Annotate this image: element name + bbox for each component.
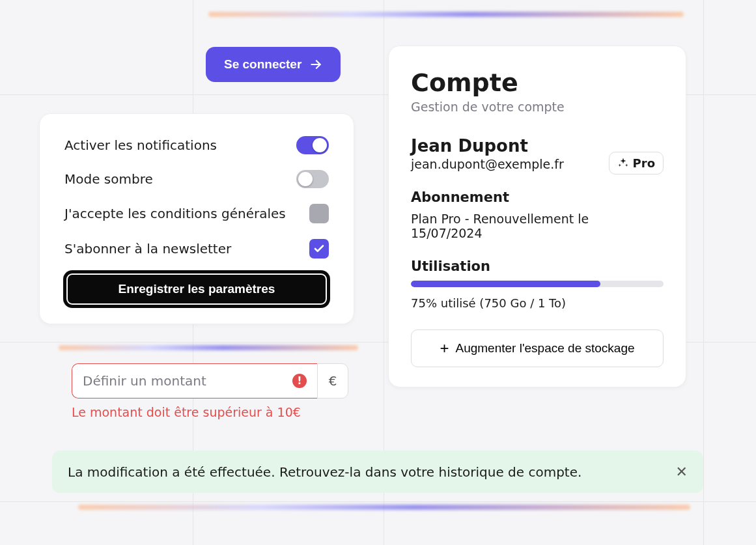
success-toast: La modification a été effectuée. Retrouv… (52, 451, 703, 493)
notifications-toggle[interactable] (296, 136, 329, 154)
amount-placeholder: Définir un montant (83, 373, 206, 389)
connect-button[interactable]: Se connecter (206, 47, 341, 82)
account-name: Jean Dupont (411, 136, 564, 156)
usage-text: 75% utilisé (750 Go / 1 To) (411, 296, 664, 310)
check-icon (313, 243, 325, 255)
usage-heading: Utilisation (411, 259, 664, 274)
plus-icon: + (440, 339, 449, 357)
upgrade-label: Augmenter l'espace de stockage (455, 341, 634, 356)
usage-progress (411, 281, 664, 287)
account-title: Compte (411, 68, 664, 97)
arrow-right-icon (309, 58, 322, 71)
subscription-text: Plan Pro - Renouvellement le 15/07/2024 (411, 212, 664, 240)
sparkles-icon (617, 157, 629, 169)
plan-badge-label: Pro (633, 156, 655, 170)
dark-mode-label: Mode sombre (64, 171, 153, 187)
save-settings-button[interactable]: Enregistrer les paramètres (64, 272, 329, 307)
account-email: jean.dupont@exemple.fr (411, 157, 564, 171)
newsletter-checkbox[interactable] (309, 239, 329, 259)
amount-input[interactable]: Définir un montant ! (72, 363, 317, 398)
terms-label: J'accepte les conditions générales (64, 206, 286, 221)
close-icon[interactable]: ✕ (676, 464, 688, 480)
upgrade-storage-button[interactable]: + Augmenter l'espace de stockage (411, 329, 664, 367)
notifications-label: Activer les notifications (64, 137, 217, 153)
toast-text: La modification a été effectuée. Retrouv… (68, 464, 581, 480)
newsletter-label: S'abonner à la newsletter (64, 241, 231, 257)
terms-checkbox[interactable] (309, 204, 329, 223)
account-subtitle: Gestion de votre compte (411, 100, 664, 114)
settings-card: Activer les notifications Mode sombre J'… (39, 113, 354, 324)
amount-field-group: Définir un montant ! € Le montant doit ê… (72, 363, 348, 419)
currency-suffix: € (317, 363, 348, 398)
dark-mode-toggle[interactable] (296, 170, 329, 188)
amount-error-message: Le montant doit être supérieur à 10€ (72, 405, 348, 419)
connect-label: Se connecter (224, 57, 301, 72)
error-icon: ! (292, 374, 307, 388)
account-card: Compte Gestion de votre compte Jean Dupo… (388, 46, 686, 387)
subscription-heading: Abonnement (411, 189, 664, 205)
plan-badge: Pro (609, 152, 664, 175)
